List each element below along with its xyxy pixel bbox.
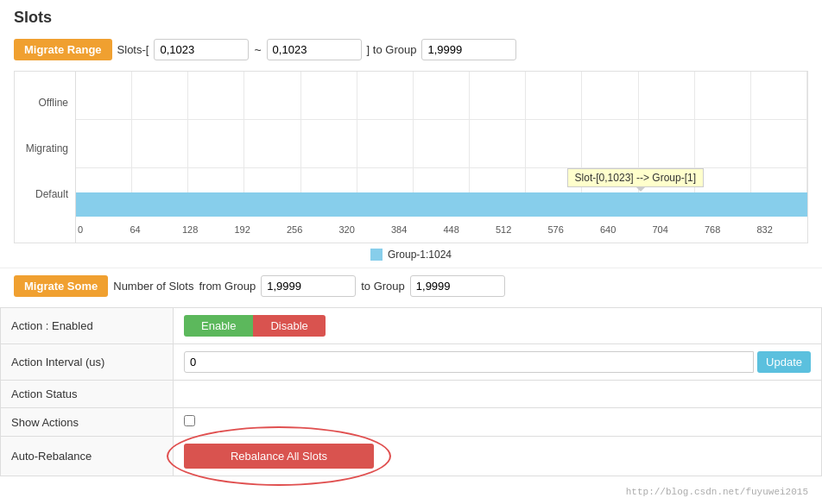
label-show-actions: Show Actions	[1, 408, 174, 437]
x-label-320: 320	[338, 224, 390, 235]
migrate-range-section: Migrate Range Slots-[ ~ ] to Group	[0, 32, 822, 67]
x-label-128: 128	[180, 224, 233, 235]
cell-auto-rebalance: Rebalance All Slots	[174, 437, 822, 476]
chart-x-labels: 0 64 128 192 256 320 384 448 512 576 640…	[76, 217, 807, 243]
x-label-448: 448	[442, 224, 495, 235]
x-label-192: 192	[233, 224, 286, 235]
to-group-label-some: to Group	[361, 280, 405, 293]
tilde: ~	[254, 43, 261, 57]
migrate-some-section: Migrate Some Number of Slots from Group …	[0, 268, 822, 304]
to-group-input[interactable]	[410, 275, 505, 297]
x-label-64: 64	[129, 224, 181, 235]
slots-range-start-input[interactable]	[154, 39, 249, 60]
slots-range-end-input[interactable]	[267, 39, 362, 60]
update-button[interactable]: Update	[757, 351, 811, 373]
x-label-256: 256	[285, 224, 338, 235]
x-label-832: 832	[756, 224, 808, 235]
legend-color-box	[370, 249, 383, 261]
table-row-action-enabled: Action : Enabled Enable Disable	[1, 308, 822, 344]
migrate-range-button[interactable]: Migrate Range	[14, 39, 112, 60]
label-action-status: Action Status	[1, 381, 174, 408]
table-row-auto-rebalance: Auto-Rebalance Rebalance All Slots	[1, 437, 822, 476]
y-label-default: Default	[22, 188, 68, 200]
page-title: Slots	[0, 0, 822, 32]
x-label-704: 704	[651, 224, 704, 235]
y-label-migrating: Migrating	[22, 142, 68, 154]
default-bar: Slot-[0,1023] --> Group-[1]	[76, 192, 807, 217]
chart-legend: Group-1:1024	[0, 243, 822, 268]
enable-button[interactable]: Enable	[184, 315, 253, 337]
label-action-interval: Action Interval (us)	[1, 344, 174, 381]
chart-bars: Slot-[0,1023] --> Group-[1]	[76, 72, 807, 217]
x-label-384: 384	[389, 224, 442, 235]
slots-prefix: Slots-[	[117, 43, 149, 56]
label-auto-rebalance: Auto-Rebalance	[1, 437, 174, 476]
legend-label: Group-1:1024	[388, 249, 452, 261]
y-label-offline: Offline	[22, 97, 68, 109]
x-label-512: 512	[494, 224, 547, 235]
x-label-768: 768	[703, 224, 756, 235]
cell-action-interval: Update	[174, 344, 822, 381]
x-label-0: 0	[76, 224, 129, 235]
label-action-enabled: Action : Enabled	[1, 308, 174, 344]
table-row-action-interval: Action Interval (us) Update	[1, 344, 822, 381]
x-label-576: 576	[547, 224, 599, 235]
info-table: Action : Enabled Enable Disable Action I…	[0, 307, 822, 476]
interval-input[interactable]	[184, 351, 754, 373]
slots-to-group-input[interactable]	[421, 39, 516, 60]
cell-show-actions	[174, 408, 822, 437]
chart-plot: Slot-[0,1023] --> Group-[1] 0 64 128 192…	[75, 72, 807, 243]
interval-group: Update	[184, 351, 811, 373]
from-group-input[interactable]	[261, 275, 356, 297]
disable-button[interactable]: Disable	[253, 315, 325, 337]
from-group-label: from Group	[199, 280, 256, 293]
rebalance-wrapper: Rebalance All Slots	[184, 444, 374, 469]
show-actions-checkbox[interactable]	[184, 415, 195, 426]
number-of-slots-label: Number of Slots	[113, 280, 193, 293]
table-row-show-actions: Show Actions	[1, 408, 822, 437]
chart-y-labels: Offline Migrating Default	[15, 72, 75, 243]
rebalance-button[interactable]: Rebalance All Slots	[184, 444, 374, 469]
x-label-640: 640	[598, 224, 651, 235]
migrate-some-button[interactable]: Migrate Some	[14, 275, 108, 297]
bar-tooltip: Slot-[0,1023] --> Group-[1]	[567, 168, 704, 187]
table-row-action-status: Action Status	[1, 381, 822, 408]
to-group-label: ] to Group	[367, 43, 417, 56]
chart-container: Offline Migrating Default	[14, 71, 808, 243]
cell-action-enabled: Enable Disable	[174, 308, 822, 344]
cell-action-status	[174, 381, 822, 408]
watermark: http://blog.csdn.net/fuyuwei2015	[626, 487, 808, 497]
enable-disable-group: Enable Disable	[184, 315, 811, 337]
